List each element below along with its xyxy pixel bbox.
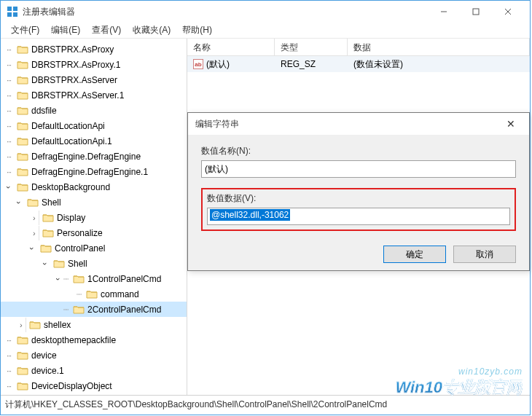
tree-item[interactable]: ┈command bbox=[1, 286, 187, 302]
maximize-button[interactable] bbox=[460, 1, 492, 22]
tree-item[interactable]: Display bbox=[1, 210, 187, 225]
tree-item[interactable]: DesktopBackground bbox=[1, 179, 187, 195]
menu-edit[interactable]: 编辑(E) bbox=[45, 23, 86, 38]
tree-item[interactable]: DefaultLocationApi bbox=[1, 118, 187, 133]
expander-icon[interactable] bbox=[4, 168, 14, 176]
tree-item[interactable]: DBRSTPRX.AsServer.1 bbox=[1, 87, 187, 103]
tree-item[interactable]: ┈2ControlPanelCmd bbox=[1, 302, 187, 317]
dialog-close-button[interactable]: ✕ bbox=[500, 118, 522, 130]
tree-item[interactable]: DeviceRect.DeviceRect bbox=[1, 393, 187, 395]
ok-button[interactable]: 确定 bbox=[383, 246, 446, 263]
expander-icon[interactable] bbox=[4, 366, 14, 375]
menu-file[interactable]: 文件(F) bbox=[5, 23, 45, 38]
titlebar[interactable]: 注册表编辑器 bbox=[1, 1, 530, 23]
column-data[interactable]: 数据 bbox=[348, 39, 530, 55]
cancel-button[interactable]: 取消 bbox=[453, 246, 516, 263]
minimize-button[interactable] bbox=[428, 1, 460, 22]
expander-icon[interactable] bbox=[4, 152, 14, 161]
expander-icon[interactable] bbox=[4, 351, 14, 360]
registry-tree: DBRSTPRX.AsProxyDBRSTPRX.AsProxy.1DBRSTP… bbox=[1, 42, 187, 395]
tree-item-label: DefragEngine.DefragEngine bbox=[31, 152, 141, 162]
window-controls bbox=[428, 1, 524, 22]
tree-item[interactable]: DeviceDisplayObject bbox=[1, 378, 187, 393]
tree-item-label: command bbox=[101, 289, 139, 299]
expander-icon[interactable] bbox=[14, 318, 26, 332]
tree-item-label: shellex bbox=[44, 320, 71, 330]
expander-icon[interactable] bbox=[4, 122, 14, 130]
expander-icon[interactable] bbox=[4, 76, 14, 85]
expander-icon[interactable] bbox=[4, 60, 14, 69]
svg-rect-3 bbox=[13, 12, 17, 17]
menu-view[interactable]: 查看(V) bbox=[86, 23, 127, 38]
expander-icon[interactable] bbox=[4, 106, 14, 115]
tree-item[interactable]: DBRSTPRX.AsServer bbox=[1, 72, 187, 87]
expander-icon[interactable] bbox=[4, 91, 14, 100]
expander-icon[interactable] bbox=[4, 336, 14, 345]
value-data-label: 数值数据(V): bbox=[207, 192, 510, 205]
tree-item[interactable]: DefaultLocationApi.1 bbox=[1, 133, 187, 149]
tree-item[interactable]: ddsfile bbox=[1, 103, 187, 118]
tree-item-label: Shell bbox=[68, 259, 87, 269]
value-data-input[interactable] bbox=[207, 208, 510, 225]
tree-item[interactable]: ControlPanel bbox=[1, 240, 187, 256]
expander-icon[interactable] bbox=[4, 137, 14, 146]
tree-item[interactable]: DefragEngine.DefragEngine bbox=[1, 149, 187, 164]
expander-icon[interactable] bbox=[53, 275, 63, 283]
list-pane[interactable]: 名称 类型 数据 ab(默认)REG_SZ(数值未设置) 编辑字符串 ✕ 数值名… bbox=[187, 39, 530, 395]
string-icon: ab bbox=[193, 59, 203, 69]
tree-item-label: DBRSTPRX.AsProxy bbox=[31, 44, 114, 55]
tree-item[interactable]: Shell bbox=[1, 256, 187, 271]
tree-item[interactable]: device bbox=[1, 348, 187, 363]
column-name[interactable]: 名称 bbox=[187, 39, 275, 55]
tree-item[interactable]: device.1 bbox=[1, 363, 187, 378]
tree-item[interactable]: desktopthemepackfile bbox=[1, 332, 187, 348]
tree-item-label: device.1 bbox=[31, 366, 64, 376]
tree-item-label: 1ControlPanelCmd bbox=[87, 274, 161, 284]
tree-item-label: DeviceDisplayObject bbox=[31, 381, 112, 391]
tree-item-label: Personalize bbox=[57, 228, 103, 238]
edit-string-dialog: 编辑字符串 ✕ 数值名称(N): 数值数据(V): @shell32.dll,-… bbox=[187, 112, 530, 271]
list-row[interactable]: ab(默认)REG_SZ(数值未设置) bbox=[187, 56, 530, 72]
column-type[interactable]: 类型 bbox=[275, 39, 348, 55]
svg-rect-2 bbox=[7, 12, 12, 17]
expander-icon[interactable] bbox=[4, 45, 14, 54]
tree-item[interactable]: ┈1ControlPanelCmd bbox=[1, 271, 187, 286]
tree-item[interactable]: Shell bbox=[1, 195, 187, 210]
menu-help[interactable]: 帮助(H) bbox=[176, 23, 218, 38]
tree-item[interactable]: DBRSTPRX.AsProxy.1 bbox=[1, 57, 187, 72]
tree-item[interactable]: DefragEngine.DefragEngine.1 bbox=[1, 164, 187, 179]
expander-icon[interactable] bbox=[27, 211, 39, 225]
window-title: 注册表编辑器 bbox=[23, 6, 428, 18]
tree-item[interactable]: DBRSTPRX.AsProxy bbox=[1, 42, 187, 57]
dialog-title: 编辑字符串 bbox=[195, 118, 500, 130]
expander-icon[interactable] bbox=[4, 183, 14, 192]
list-rows: ab(默认)REG_SZ(数值未设置) bbox=[187, 56, 530, 72]
expander-icon[interactable] bbox=[27, 226, 39, 240]
statusbar: 计算机\HKEY_CLASSES_ROOT\DesktopBackground\… bbox=[1, 395, 530, 414]
tree-item-label: DefragEngine.DefragEngine.1 bbox=[31, 167, 148, 177]
value-data: (数值未设置) bbox=[348, 58, 530, 71]
tree-pane[interactable]: DBRSTPRX.AsProxyDBRSTPRX.AsProxy.1DBRSTP… bbox=[1, 39, 187, 395]
tree-item-label: ControlPanel bbox=[55, 243, 105, 254]
value-name-label: 数值名称(N): bbox=[201, 145, 516, 157]
content-area: DBRSTPRX.AsProxyDBRSTPRX.AsProxy.1DBRSTP… bbox=[1, 39, 530, 395]
close-button[interactable] bbox=[492, 1, 524, 22]
dialog-titlebar[interactable]: 编辑字符串 ✕ bbox=[188, 113, 529, 135]
expander-icon[interactable] bbox=[40, 259, 50, 268]
tree-item[interactable]: shellex bbox=[1, 317, 187, 332]
expander-icon[interactable] bbox=[27, 244, 37, 253]
highlight-box: 数值数据(V): @shell32.dll,-31062 bbox=[201, 188, 516, 231]
list-header: 名称 类型 数据 bbox=[187, 39, 530, 56]
tree-item-label: DesktopBackground bbox=[31, 182, 110, 192]
status-path: 计算机\HKEY_CLASSES_ROOT\DesktopBackground\… bbox=[5, 399, 387, 411]
expander-icon[interactable] bbox=[4, 382, 14, 391]
value-name: (默认) bbox=[206, 58, 230, 71]
menu-favorites[interactable]: 收藏夹(A) bbox=[127, 23, 176, 38]
tree-item[interactable]: Personalize bbox=[1, 225, 187, 240]
tree-item-label: device bbox=[31, 350, 57, 361]
tree-item-label: DefaultLocationApi bbox=[31, 121, 105, 131]
tree-item-label: Display bbox=[57, 213, 85, 223]
value-name-input[interactable] bbox=[201, 160, 516, 178]
svg-rect-5 bbox=[473, 9, 479, 15]
expander-icon[interactable] bbox=[14, 198, 24, 207]
